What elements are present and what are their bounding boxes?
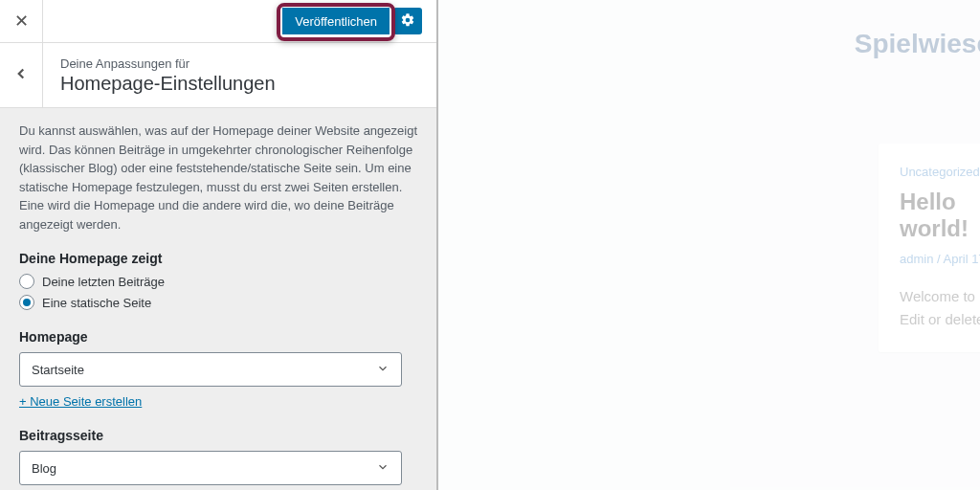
close-icon: ✕ bbox=[14, 11, 29, 32]
section-title: Homepage-Einstellungen bbox=[60, 73, 276, 95]
select-label: Beitragsseite bbox=[19, 428, 417, 443]
post-title: Hello world! bbox=[900, 189, 980, 242]
back-button[interactable] bbox=[0, 43, 43, 108]
radio-group-homepage-displays: Deine Homepage zeigt Deine letzten Beitr… bbox=[19, 251, 417, 310]
radio-label: Deine letzten Beiträge bbox=[42, 275, 165, 289]
settings-button[interactable] bbox=[393, 8, 422, 34]
customizer-sidebar: ✕ Veröffentlichen Deine Anpassungen für bbox=[0, 0, 438, 490]
chevron-down-icon bbox=[376, 460, 390, 477]
posts-page-select[interactable]: Blog bbox=[19, 451, 402, 485]
chevron-left-icon bbox=[12, 65, 30, 85]
posts-page-select-group: Beitragsseite Blog bbox=[19, 428, 417, 485]
close-button[interactable]: ✕ bbox=[0, 0, 43, 43]
post-body: Welcome to Edit or delete bbox=[900, 285, 980, 331]
radio-icon bbox=[19, 274, 34, 289]
radio-icon bbox=[19, 295, 34, 310]
new-page-link[interactable]: + Neue Seite erstellen bbox=[19, 394, 142, 409]
radio-label: Eine statische Seite bbox=[42, 296, 151, 310]
radio-option-latest-posts[interactable]: Deine letzten Beiträge bbox=[19, 274, 417, 289]
site-title: Spielwiese bbox=[855, 29, 980, 59]
homepage-select-group: Homepage Startseite + Neue Seite erstell… bbox=[19, 329, 417, 409]
select-value: Startseite bbox=[32, 363, 84, 377]
select-value: Blog bbox=[32, 461, 56, 476]
section-subtitle: Deine Anpassungen für bbox=[60, 56, 276, 71]
radio-option-static-page[interactable]: Eine statische Seite bbox=[19, 295, 417, 310]
post-card: Uncategorized Hello world! admin / April… bbox=[879, 144, 980, 352]
select-label: Homepage bbox=[19, 329, 417, 345]
section-description: Du kannst auswählen, was auf der Homepag… bbox=[19, 122, 417, 234]
chevron-down-icon bbox=[376, 362, 390, 378]
post-meta: admin / April 17 bbox=[900, 252, 980, 266]
scroll-area[interactable]: Du kannst auswählen, was auf der Homepag… bbox=[0, 108, 436, 490]
section-header: Deine Anpassungen für Homepage-Einstellu… bbox=[0, 43, 436, 108]
homepage-select[interactable]: Startseite bbox=[19, 352, 402, 387]
publish-button[interactable]: Veröffentlichen bbox=[282, 8, 390, 34]
post-category: Uncategorized bbox=[900, 165, 980, 179]
topbar: ✕ Veröffentlichen bbox=[0, 0, 436, 43]
site-preview: Spielwiese Uncategorized Hello world! ad… bbox=[438, 0, 980, 490]
radio-group-heading: Deine Homepage zeigt bbox=[19, 251, 417, 266]
gear-icon bbox=[400, 12, 415, 31]
